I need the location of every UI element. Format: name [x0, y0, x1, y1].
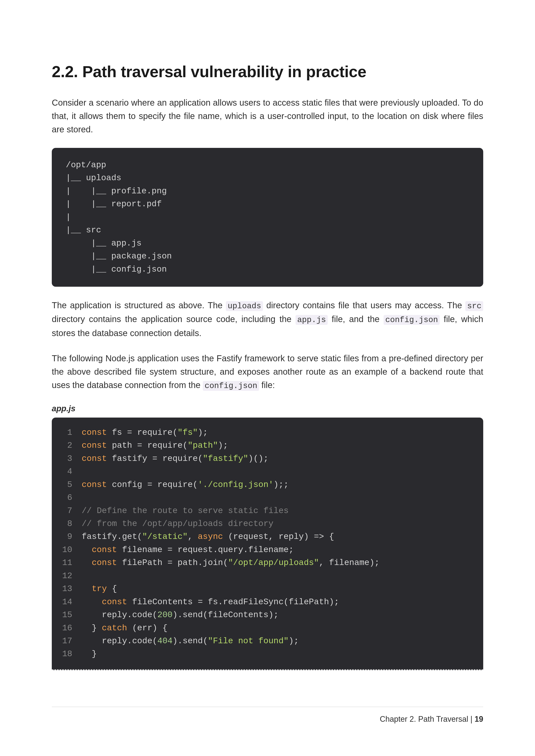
line-number: 7 [60, 504, 72, 517]
paragraph-1: Consider a scenario where an application… [52, 96, 483, 136]
inline-code-configjson: config.json [383, 315, 440, 325]
line-number: 3 [60, 452, 72, 465]
code-text: } [76, 649, 97, 659]
keyword: async [198, 532, 223, 542]
app-js-code-block: 1 const fs = require("fs"); 2 const path… [52, 418, 483, 670]
string: "File not found" [208, 636, 289, 646]
number: 200 [157, 610, 172, 620]
string: "fastify" [203, 454, 248, 464]
text: file: [259, 380, 275, 390]
code-text: );; [273, 480, 289, 490]
code-text: filePath = path.join( [117, 558, 228, 568]
code-text: ); [218, 441, 228, 450]
inline-code-uploads: uploads [226, 301, 263, 311]
text: directory contains file that users may a… [263, 301, 465, 310]
code-text [76, 584, 92, 594]
code-text [76, 545, 92, 555]
code-text: (err) { [127, 623, 167, 633]
string: "/opt/app/uploads" [228, 558, 319, 568]
line-number: 6 [60, 491, 72, 504]
text: The application is structured as above. … [52, 301, 226, 310]
keyword: try [92, 584, 107, 594]
page-footer: Chapter 2. Path Traversal | 19 [52, 707, 483, 724]
code-text: fastify = require( [107, 454, 203, 464]
line-number: 2 [60, 439, 72, 452]
paragraph-2: The application is structured as above. … [52, 299, 483, 340]
code-text: (request, reply) => { [223, 532, 334, 542]
footer-chapter: Chapter 2. Path Traversal [380, 715, 468, 723]
line-number: 5 [60, 478, 72, 491]
code-text: , filename); [319, 558, 380, 568]
file-tree-code-block: /opt/app |__ uploads | |__ profile.png |… [52, 148, 483, 287]
keyword: const [92, 545, 117, 555]
line-number: 14 [60, 596, 72, 608]
keyword: const [82, 441, 107, 450]
keyword: const [92, 558, 117, 568]
text: directory contains the application sourc… [52, 314, 296, 324]
line-number: 11 [60, 556, 72, 569]
code-text: )(); [248, 454, 268, 464]
code-text: , [188, 532, 198, 542]
paragraph-3: The following Node.js application uses t… [52, 352, 483, 392]
code-text: fs = require( [107, 428, 178, 437]
code-text: ); [289, 636, 299, 646]
comment: // from the /opt/app/uploads directory [82, 519, 273, 528]
footer-page-number: 19 [475, 715, 483, 723]
code-text: fileContents = fs.readFileSync(filePath)… [127, 597, 339, 607]
code-text [76, 636, 102, 646]
keyword: const [82, 454, 107, 464]
code-text: ).send( [173, 636, 208, 646]
string: "/static" [142, 532, 188, 542]
line-number: 13 [60, 582, 72, 595]
code-text: fastify.get( [82, 532, 142, 542]
text: file, and the [328, 314, 383, 324]
footer-separator: | [468, 715, 475, 723]
code-text: config = require( [107, 480, 198, 490]
line-number: 8 [60, 517, 72, 530]
line-number: 9 [60, 530, 72, 543]
code-text: } [76, 623, 102, 633]
code-text [76, 597, 102, 607]
inline-code-src: src [465, 301, 483, 311]
code-text: reply.code( [102, 610, 157, 620]
code-text: ).send(fileContents); [173, 610, 278, 620]
line-number: 4 [60, 465, 72, 478]
code-text: filename = request.query.filename; [117, 545, 294, 555]
code-text [76, 610, 102, 620]
keyword: const [82, 428, 107, 437]
section-heading: 2.2. Path traversal vulnerability in pra… [52, 63, 483, 81]
line-number: 12 [60, 570, 72, 582]
line-number: 15 [60, 608, 72, 621]
number: 404 [157, 636, 172, 646]
string: "fs" [178, 428, 198, 437]
code-text: ); [198, 428, 208, 437]
code-text: path = require( [107, 441, 187, 450]
code-caption: app.js [52, 404, 483, 413]
code-text: reply.code( [102, 636, 157, 646]
line-number: 18 [60, 648, 72, 661]
keyword: catch [102, 623, 127, 633]
line-number: 16 [60, 622, 72, 634]
line-number: 1 [60, 426, 72, 439]
keyword: const [102, 597, 127, 607]
code-text [76, 558, 92, 568]
inline-code-appjs: app.js [296, 315, 328, 325]
keyword: const [82, 480, 107, 490]
line-number: 17 [60, 634, 72, 648]
string: './config.json' [198, 480, 273, 490]
inline-code-configjson-2: config.json [203, 381, 259, 391]
code-text: { [107, 584, 117, 594]
comment: // Define the route to serve static file… [82, 506, 289, 516]
line-number: 10 [60, 543, 72, 556]
string: "path" [188, 441, 218, 450]
